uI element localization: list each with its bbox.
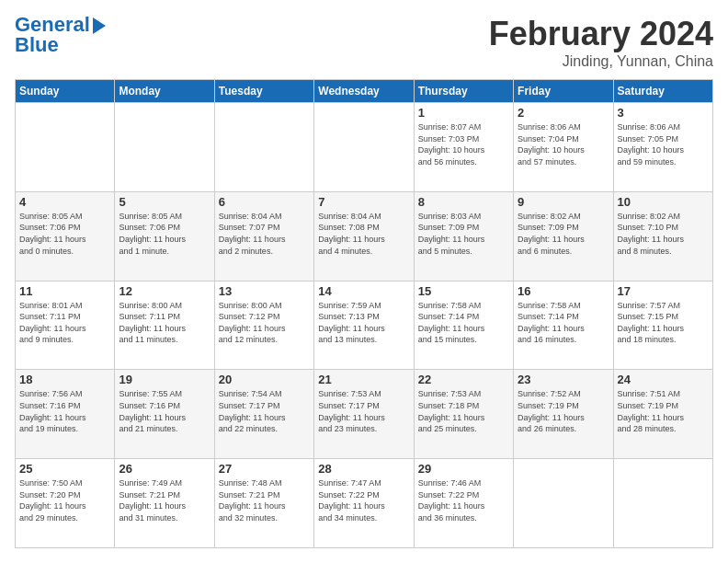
day-info: Sunrise: 7:55 AM Sunset: 7:16 PM Dayligh…: [119, 388, 210, 434]
logo-text-blue: Blue: [15, 35, 106, 55]
day-info: Sunrise: 7:52 AM Sunset: 7:19 PM Dayligh…: [518, 388, 609, 434]
day-number: 26: [119, 462, 210, 476]
location: Jinding, Yunnan, China: [489, 53, 713, 70]
calendar-cell: 29Sunrise: 7:46 AM Sunset: 7:22 PM Dayli…: [414, 459, 513, 548]
day-number: 1: [418, 106, 509, 120]
col-sunday: Sunday: [16, 80, 115, 103]
day-info: Sunrise: 7:53 AM Sunset: 7:17 PM Dayligh…: [318, 388, 409, 434]
logo-arrow-icon: [93, 17, 106, 34]
day-info: Sunrise: 8:02 AM Sunset: 7:10 PM Dayligh…: [618, 211, 709, 257]
calendar-cell: 21Sunrise: 7:53 AM Sunset: 7:17 PM Dayli…: [314, 370, 414, 459]
day-info: Sunrise: 7:49 AM Sunset: 7:21 PM Dayligh…: [119, 477, 210, 523]
day-number: 21: [318, 373, 409, 386]
day-info: Sunrise: 8:06 AM Sunset: 7:05 PM Dayligh…: [618, 121, 709, 167]
calendar-cell: [115, 103, 214, 192]
day-number: 16: [518, 284, 609, 298]
col-monday: Monday: [115, 80, 214, 103]
day-number: 3: [618, 106, 709, 120]
calendar-cell: [16, 103, 115, 192]
day-number: 11: [19, 284, 110, 298]
calendar-cell: [214, 103, 313, 192]
day-number: 18: [19, 373, 110, 386]
day-info: Sunrise: 8:05 AM Sunset: 7:06 PM Dayligh…: [119, 211, 210, 257]
day-info: Sunrise: 8:00 AM Sunset: 7:12 PM Dayligh…: [219, 300, 310, 346]
calendar-cell: 24Sunrise: 7:51 AM Sunset: 7:19 PM Dayli…: [613, 370, 712, 459]
calendar-cell: 6Sunrise: 8:04 AM Sunset: 7:07 PM Daylig…: [214, 191, 313, 281]
col-friday: Friday: [514, 80, 613, 103]
day-number: 12: [119, 284, 210, 298]
day-info: Sunrise: 8:00 AM Sunset: 7:11 PM Dayligh…: [119, 300, 210, 346]
calendar-cell: [314, 103, 414, 192]
day-info: Sunrise: 7:56 AM Sunset: 7:16 PM Dayligh…: [19, 388, 110, 434]
calendar-cell: 18Sunrise: 7:56 AM Sunset: 7:16 PM Dayli…: [16, 370, 115, 459]
calendar-cell: 10Sunrise: 8:02 AM Sunset: 7:10 PM Dayli…: [613, 191, 712, 281]
day-info: Sunrise: 7:48 AM Sunset: 7:21 PM Dayligh…: [219, 477, 310, 523]
calendar-cell: 25Sunrise: 7:50 AM Sunset: 7:20 PM Dayli…: [16, 459, 115, 548]
month-title: February 2024: [489, 15, 713, 53]
day-number: 24: [618, 373, 709, 386]
calendar-cell: 12Sunrise: 8:00 AM Sunset: 7:11 PM Dayli…: [115, 281, 214, 370]
calendar-cell: 28Sunrise: 7:47 AM Sunset: 7:22 PM Dayli…: [314, 459, 414, 548]
day-info: Sunrise: 7:53 AM Sunset: 7:18 PM Dayligh…: [418, 388, 509, 434]
day-number: 25: [19, 462, 110, 476]
calendar-cell: [514, 459, 613, 548]
header: General Blue February 2024 Jinding, Yunn…: [15, 15, 713, 70]
calendar-cell: 26Sunrise: 7:49 AM Sunset: 7:21 PM Dayli…: [115, 459, 214, 548]
calendar-cell: [613, 459, 712, 548]
calendar-cell: 15Sunrise: 7:58 AM Sunset: 7:14 PM Dayli…: [414, 281, 513, 370]
day-info: Sunrise: 7:47 AM Sunset: 7:22 PM Dayligh…: [318, 477, 409, 523]
day-info: Sunrise: 8:06 AM Sunset: 7:04 PM Dayligh…: [518, 121, 609, 167]
day-info: Sunrise: 8:01 AM Sunset: 7:11 PM Dayligh…: [19, 300, 110, 346]
calendar-cell: 13Sunrise: 8:00 AM Sunset: 7:12 PM Dayli…: [214, 281, 313, 370]
day-info: Sunrise: 7:58 AM Sunset: 7:14 PM Dayligh…: [518, 300, 609, 346]
day-number: 15: [418, 284, 509, 298]
day-number: 22: [418, 373, 509, 386]
day-info: Sunrise: 7:51 AM Sunset: 7:19 PM Dayligh…: [618, 388, 709, 434]
calendar-cell: 11Sunrise: 8:01 AM Sunset: 7:11 PM Dayli…: [16, 281, 115, 370]
day-info: Sunrise: 8:04 AM Sunset: 7:08 PM Dayligh…: [318, 211, 409, 257]
day-number: 4: [19, 195, 110, 209]
day-info: Sunrise: 7:58 AM Sunset: 7:14 PM Dayligh…: [418, 300, 509, 346]
page: General Blue February 2024 Jinding, Yunn…: [0, 0, 728, 563]
calendar-cell: 1Sunrise: 8:07 AM Sunset: 7:03 PM Daylig…: [414, 103, 513, 192]
day-info: Sunrise: 7:59 AM Sunset: 7:13 PM Dayligh…: [318, 300, 409, 346]
day-number: 13: [219, 284, 310, 298]
day-number: 19: [119, 373, 210, 386]
calendar-cell: 19Sunrise: 7:55 AM Sunset: 7:16 PM Dayli…: [115, 370, 214, 459]
logo: General Blue: [15, 15, 106, 55]
calendar-cell: 22Sunrise: 7:53 AM Sunset: 7:18 PM Dayli…: [414, 370, 513, 459]
day-number: 2: [518, 106, 609, 120]
calendar-cell: 2Sunrise: 8:06 AM Sunset: 7:04 PM Daylig…: [514, 103, 613, 192]
day-info: Sunrise: 8:05 AM Sunset: 7:06 PM Dayligh…: [19, 211, 110, 257]
calendar-cell: 3Sunrise: 8:06 AM Sunset: 7:05 PM Daylig…: [613, 103, 712, 192]
day-info: Sunrise: 8:07 AM Sunset: 7:03 PM Dayligh…: [418, 121, 509, 167]
day-number: 8: [418, 195, 509, 209]
day-info: Sunrise: 7:57 AM Sunset: 7:15 PM Dayligh…: [618, 300, 709, 346]
day-info: Sunrise: 8:02 AM Sunset: 7:09 PM Dayligh…: [518, 211, 609, 257]
day-info: Sunrise: 8:04 AM Sunset: 7:07 PM Dayligh…: [219, 211, 310, 257]
calendar-cell: 4Sunrise: 8:05 AM Sunset: 7:06 PM Daylig…: [16, 191, 115, 281]
day-number: 29: [418, 462, 509, 476]
header-row: Sunday Monday Tuesday Wednesday Thursday…: [16, 80, 713, 103]
day-number: 28: [318, 462, 409, 476]
day-number: 10: [618, 195, 709, 209]
day-number: 5: [119, 195, 210, 209]
calendar-cell: 16Sunrise: 7:58 AM Sunset: 7:14 PM Dayli…: [514, 281, 613, 370]
day-number: 20: [219, 373, 310, 386]
logo-text-general: General: [15, 15, 90, 35]
day-number: 27: [219, 462, 310, 476]
day-number: 23: [518, 373, 609, 386]
calendar-cell: 27Sunrise: 7:48 AM Sunset: 7:21 PM Dayli…: [214, 459, 313, 548]
col-thursday: Thursday: [414, 80, 513, 103]
calendar-cell: 5Sunrise: 8:05 AM Sunset: 7:06 PM Daylig…: [115, 191, 214, 281]
calendar-cell: 8Sunrise: 8:03 AM Sunset: 7:09 PM Daylig…: [414, 191, 513, 281]
calendar-table: Sunday Monday Tuesday Wednesday Thursday…: [15, 79, 713, 548]
day-number: 9: [518, 195, 609, 209]
day-info: Sunrise: 8:03 AM Sunset: 7:09 PM Dayligh…: [418, 211, 509, 257]
calendar-cell: 14Sunrise: 7:59 AM Sunset: 7:13 PM Dayli…: [314, 281, 414, 370]
calendar-cell: 23Sunrise: 7:52 AM Sunset: 7:19 PM Dayli…: [514, 370, 613, 459]
col-tuesday: Tuesday: [214, 80, 313, 103]
day-number: 6: [219, 195, 310, 209]
day-number: 17: [618, 284, 709, 298]
day-info: Sunrise: 7:50 AM Sunset: 7:20 PM Dayligh…: [19, 477, 110, 523]
